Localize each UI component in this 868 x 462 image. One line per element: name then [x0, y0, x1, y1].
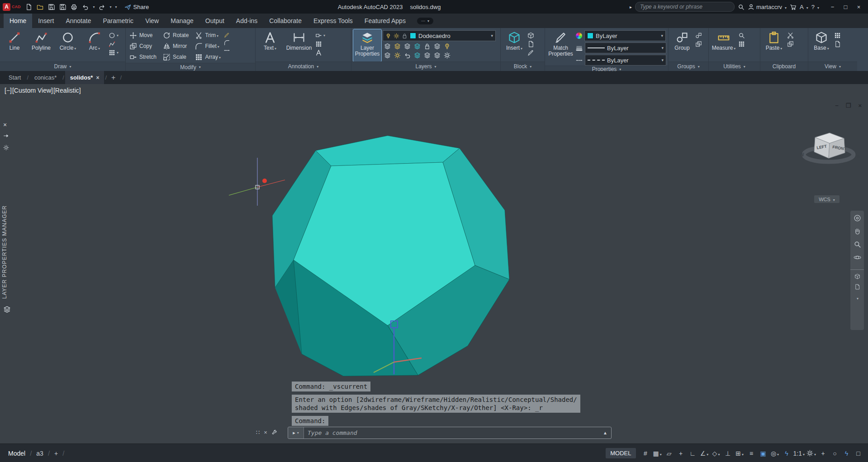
trim-button[interactable]: Trim — [195, 30, 221, 41]
previous-layer-icon[interactable] — [404, 52, 411, 59]
hardware-acceleration-toggle[interactable]: ϟ — [782, 448, 792, 459]
model-tab[interactable]: Model — [8, 450, 25, 457]
tab-featured-apps[interactable]: Featured Apps — [359, 14, 412, 28]
new-drawing-tab-button[interactable]: + — [108, 74, 119, 82]
merge-layer-icon[interactable] — [414, 52, 421, 59]
ortho-mode-toggle[interactable]: ∟ — [688, 448, 698, 459]
stretch-button[interactable]: Stretch — [129, 52, 157, 62]
tab-add-ins[interactable]: Add-ins — [230, 14, 263, 28]
layer-off-icon[interactable] — [384, 43, 391, 50]
panel-label-annotation[interactable]: Annotation — [256, 61, 351, 71]
viewport-minimize-control[interactable]: [−] — [5, 87, 12, 94]
tab-express-tools[interactable]: Express Tools — [308, 14, 359, 28]
block-editor-button[interactable] — [527, 49, 534, 56]
help-button[interactable]: ? — [811, 4, 819, 10]
panel-label-groups[interactable]: Groups — [669, 61, 708, 71]
layer-isolate-icon[interactable] — [394, 43, 401, 50]
hatch-button[interactable] — [109, 49, 119, 56]
viewcube[interactable]: W S LEFT FRONT — [797, 127, 865, 172]
tab-output[interactable]: Output — [199, 14, 230, 28]
panel-label-view[interactable]: View — [808, 61, 857, 71]
model-space-button[interactable]: MODEL — [606, 448, 636, 458]
layer-unisolate-icon[interactable] — [414, 43, 421, 50]
lineweight-display-toggle[interactable]: ≡ — [746, 448, 757, 459]
save-button[interactable] — [46, 1, 57, 12]
compass-south-label[interactable]: S — [857, 154, 860, 159]
offset-button[interactable] — [224, 47, 230, 53]
orbit-icon[interactable] — [854, 254, 861, 261]
layer-properties-button[interactable]: Layer Properties — [353, 29, 381, 61]
revision-cloud-button[interactable] — [109, 41, 119, 47]
layer-settings-icon[interactable] — [444, 52, 451, 59]
circle-button[interactable]: Circle — [55, 29, 81, 61]
layer-freeze-tool-icon[interactable] — [404, 43, 411, 50]
linetype-dropdown[interactable]: ByLayer ▾ — [585, 55, 666, 66]
isometric-drafting-toggle[interactable]: ◇ — [711, 448, 721, 459]
define-attribute-button[interactable] — [527, 41, 534, 47]
named-views-button[interactable] — [834, 41, 841, 47]
tab-parametric[interactable]: Parametric — [97, 14, 139, 28]
palette-layers-icon[interactable] — [3, 306, 11, 313]
layer-on-tool-icon[interactable] — [444, 43, 451, 50]
user-account[interactable]: martaccrv — [748, 4, 787, 10]
command-bar-close-icon[interactable]: × — [264, 429, 267, 436]
base-button[interactable]: Base — [810, 29, 833, 61]
copy-clip-button[interactable] — [787, 41, 794, 47]
panel-label-modify[interactable]: Modify — [126, 63, 255, 71]
array-button[interactable]: Array — [195, 52, 221, 62]
layer-walk-icon[interactable] — [434, 52, 441, 59]
explode-button[interactable] — [224, 40, 230, 46]
drawing-close-icon[interactable]: × — [858, 102, 862, 109]
group-edit-button[interactable] — [695, 41, 702, 47]
new-layout-button[interactable]: + — [54, 450, 58, 457]
table-button[interactable] — [315, 41, 325, 47]
autocad-logo[interactable]: A CAD — [3, 3, 21, 11]
create-block-button[interactable] — [527, 32, 534, 39]
palette-title[interactable]: LAYER PROPERTIES MANAGER — [1, 205, 8, 299]
minimize-button[interactable]: − — [826, 0, 839, 14]
panel-label-utilities[interactable]: Utilities — [709, 61, 760, 71]
workspace-switching-button[interactable] — [806, 448, 816, 459]
autodesk-app-button[interactable]: A — [800, 4, 808, 10]
dimension-button[interactable]: Dimension — [284, 29, 314, 61]
file-tab-start[interactable]: Start — [4, 71, 26, 84]
redo-dropdown-caret[interactable] — [108, 5, 113, 9]
panel-label-clipboard[interactable]: Clipboard — [760, 61, 808, 71]
dodecahedron-solid[interactable] — [272, 136, 509, 376]
redo-button[interactable] — [97, 1, 107, 12]
steering-wheels-icon[interactable] — [854, 273, 860, 279]
3d-object-snap-toggle[interactable]: ◎ — [770, 448, 780, 459]
layout-tab-a3[interactable]: a3 — [36, 450, 43, 457]
save-as-button[interactable] — [57, 1, 68, 12]
ellipse-button[interactable] — [109, 32, 119, 39]
arc-button[interactable]: Arc — [82, 29, 107, 61]
wcs-dropdown[interactable]: WCS — [814, 195, 840, 203]
match-layer-icon[interactable] — [394, 52, 401, 59]
command-line[interactable]: ▸ ▲ — [288, 427, 612, 439]
grid-display-toggle[interactable]: # — [640, 448, 651, 459]
fillet-button[interactable]: Fillet — [195, 41, 221, 52]
panel-label-draw[interactable]: Draw — [0, 61, 125, 71]
command-history-toggle-icon[interactable]: ▲ — [603, 430, 611, 435]
tab-collaborate[interactable]: Collaborate — [263, 14, 308, 28]
copy-button[interactable]: Copy — [129, 41, 157, 52]
close-button[interactable]: × — [852, 0, 865, 14]
plot-button[interactable] — [69, 1, 79, 12]
file-tab-conicas[interactable]: conicas* — [29, 71, 62, 84]
zoom-icon[interactable] — [854, 240, 861, 248]
collapse-search-caret[interactable]: ▸ — [630, 5, 632, 9]
command-input[interactable] — [304, 429, 603, 436]
snap-mode-toggle[interactable]: ▦ — [652, 448, 663, 459]
maximize-button[interactable]: □ — [839, 0, 852, 14]
layer-dropdown[interactable]: Dodecaedro ▾ — [383, 30, 496, 41]
command-options-button[interactable]: ▸ — [288, 427, 304, 438]
polar-tracking-toggle[interactable]: ∠ — [699, 448, 710, 459]
navbar-caret[interactable] — [856, 294, 859, 301]
paste-button[interactable]: Paste — [762, 29, 786, 61]
tab-view[interactable]: View — [139, 14, 165, 28]
new-file-button[interactable] — [24, 1, 34, 12]
object-color-dropdown[interactable]: ByLayer ▾ — [584, 30, 666, 41]
share-button[interactable]: Share — [124, 4, 149, 10]
object-snap-toggle[interactable]: ⊞ — [735, 448, 745, 459]
open-file-button[interactable] — [35, 1, 45, 12]
